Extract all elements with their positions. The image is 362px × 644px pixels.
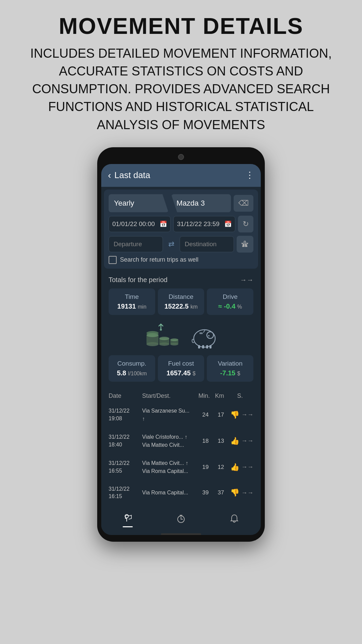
clear-button[interactable]: ⌫ <box>234 195 253 212</box>
search-panel: Yearly Mazda 3 ⌫ 01/01/22 00:00 📅 31/12/… <box>104 190 258 269</box>
filter-row: Yearly Mazda 3 ⌫ <box>109 194 253 212</box>
svg-point-9 <box>170 338 178 341</box>
nav-timer[interactable] <box>176 514 186 526</box>
coins-illustration <box>142 322 179 349</box>
nav-bell[interactable] <box>229 514 239 526</box>
date-from-input[interactable]: 01/01/22 00:00 📅 <box>109 216 171 232</box>
phone-screen: ‹ Last data ⋮ Yearly Mazda 3 ⌫ 01/01/22 … <box>101 164 261 535</box>
stat-variation: Variation -7.15 $ <box>207 355 253 382</box>
status-icon-down: 👎 <box>230 488 239 497</box>
illustration-row <box>109 319 253 353</box>
map-icon <box>123 513 133 525</box>
svg-rect-15 <box>206 345 208 348</box>
road-button[interactable]: 🛣 <box>237 236 253 253</box>
nav-map[interactable] <box>123 513 133 527</box>
bell-icon <box>229 514 239 526</box>
vehicle-selector[interactable]: Mazda 3 <box>171 194 231 212</box>
calendar-to-icon: 📅 <box>224 220 232 228</box>
stat-distance: Distance 15222.5 km <box>158 288 204 315</box>
departure-input[interactable]: Departure <box>109 236 163 252</box>
period-selector[interactable]: Yearly <box>109 194 169 212</box>
location-row: Departure ⇄ Destination 🛣 <box>109 236 253 253</box>
table-row[interactable]: 31/12/2218:40 Viale Cristoforo... ↑Via M… <box>104 429 258 453</box>
back-button[interactable]: ‹ <box>108 170 111 181</box>
page-header: MOVEMENT DETAILS INCLUDES DETAILED MOVEM… <box>0 0 362 144</box>
totals-title: Totals for the period <box>109 276 168 284</box>
destination-input[interactable]: Destination <box>180 236 234 252</box>
table-row[interactable]: 31/12/2216:15 Via Roma Capital... 39 37 … <box>104 481 258 504</box>
totals-panel: Totals for the period →→ Time 19131 min … <box>104 271 258 386</box>
svg-point-12 <box>207 332 214 338</box>
phone-camera <box>178 154 184 160</box>
return-trips-label: Search for return trips as well <box>120 256 198 263</box>
header-left: ‹ Last data <box>108 170 150 181</box>
stat-consumption: Consump. 5.8 l/100km <box>109 355 155 382</box>
svg-point-19 <box>208 335 209 336</box>
home-bar <box>161 533 201 535</box>
stat-drive: Drive ≈ -0.4 % <box>207 288 253 315</box>
swap-button[interactable]: ⇄ <box>166 237 177 251</box>
nav-active-indicator <box>123 526 133 527</box>
totals-detail-button[interactable]: →→ <box>240 276 253 284</box>
svg-rect-17 <box>209 345 212 348</box>
stat-fuel-cost: Fuel cost 1657.45 $ <box>158 355 204 382</box>
refresh-button[interactable]: ↻ <box>238 216 253 232</box>
stats-row: Time 19131 min Distance 15222.5 km Drive… <box>109 288 253 315</box>
page-title: MOVEMENT DETAILS <box>20 13 342 39</box>
table-row[interactable]: 31/12/2216:55 Via Matteo Civit... ↑Via R… <box>104 455 258 479</box>
timer-icon <box>176 514 186 526</box>
svg-line-18 <box>203 330 205 332</box>
phone-frame: ‹ Last data ⋮ Yearly Mazda 3 ⌫ 01/01/22 … <box>97 147 265 542</box>
svg-point-3 <box>146 331 159 335</box>
bottom-nav <box>101 507 261 531</box>
return-trips-row: Search for return trips as well <box>109 256 253 264</box>
table-header: Date Start/Dest. Min. Km S. <box>104 389 258 403</box>
svg-point-6 <box>159 337 169 340</box>
calendar-from-icon: 📅 <box>160 220 167 228</box>
cost-row: Consump. 5.8 l/100km Fuel cost 1657.45 $… <box>109 355 253 382</box>
piggy-illustration <box>189 322 220 349</box>
status-icon-down: 👎 <box>230 411 239 419</box>
totals-header: Totals for the period →→ <box>109 276 253 284</box>
data-table: Date Start/Dest. Min. Km S. 31/12/2219:0… <box>104 389 258 504</box>
date-row: 01/01/22 00:00 📅 31/12/22 23:59 📅 ↻ <box>109 216 253 232</box>
page-subtitle: INCLUDES DETAILED MOVEMENT INFORMATION, … <box>20 45 342 134</box>
table-row[interactable]: 31/12/2219:08 Via Sarzanese Su...↑ 24 17… <box>104 403 258 427</box>
stat-time: Time 19131 min <box>109 288 155 315</box>
svg-rect-13 <box>199 332 203 334</box>
menu-button[interactable]: ⋮ <box>245 170 254 180</box>
app-header: ‹ Last data ⋮ <box>101 164 261 187</box>
svg-rect-16 <box>198 345 200 348</box>
status-icon-up: 👍 <box>230 463 239 472</box>
svg-point-10 <box>160 329 162 331</box>
screen-title: Last data <box>114 170 150 180</box>
date-to-input[interactable]: 31/12/22 23:59 📅 <box>173 216 235 232</box>
return-trips-checkbox[interactable] <box>109 256 117 264</box>
svg-rect-14 <box>202 345 204 348</box>
status-icon-up: 👍 <box>230 437 239 445</box>
